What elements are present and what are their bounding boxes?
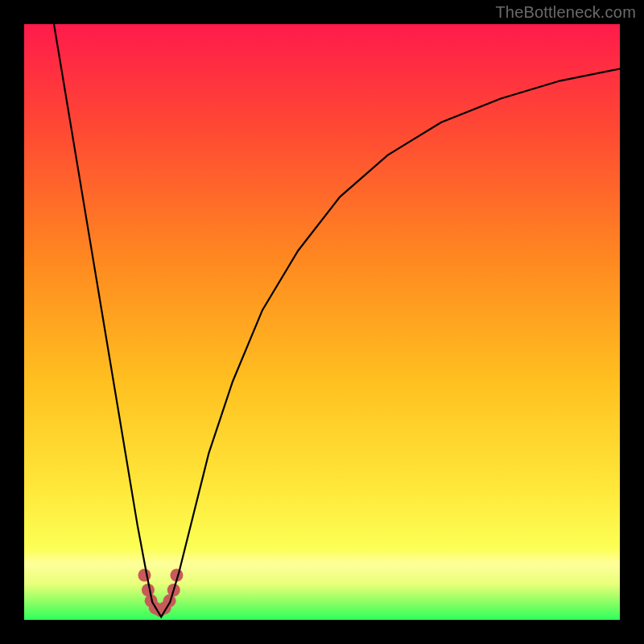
curve-marker [138,569,151,582]
watermark-text: TheBottleneck.com [495,3,636,22]
plot-background [24,24,620,620]
bottleneck-chart [0,0,644,644]
chart-stage: TheBottleneck.com [0,0,644,644]
